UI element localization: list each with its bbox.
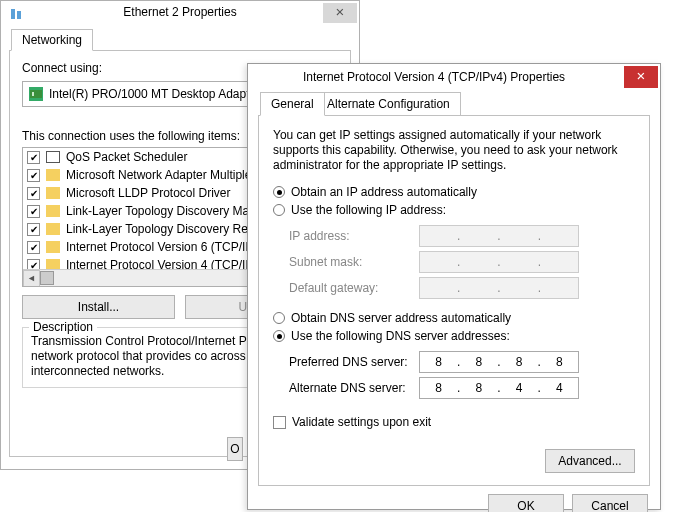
ipv4-properties-window: Internet Protocol Version 4 (TCP/IPv4) P… (247, 63, 661, 510)
checkbox[interactable]: ✔ (27, 205, 40, 218)
explanatory-text: You can get IP settings assigned automat… (273, 128, 635, 173)
window2-titlebar[interactable]: Internet Protocol Version 4 (TCP/IPv4) P… (248, 64, 660, 92)
install-button[interactable]: Install... (22, 295, 175, 319)
radio-dns-manual[interactable]: Use the following DNS server addresses: (273, 329, 635, 343)
ip-address-input: ... (419, 225, 579, 247)
component-icon (46, 223, 60, 235)
nic-icon (29, 87, 43, 101)
advanced-button[interactable]: Advanced... (545, 449, 635, 473)
radio-ip-auto[interactable]: Obtain an IP address automatically (273, 185, 635, 199)
checkbox[interactable]: ✔ (27, 169, 40, 182)
close-button[interactable]: × (323, 3, 357, 23)
ip-address-label: IP address: (289, 229, 419, 243)
checkbox[interactable]: ✔ (27, 187, 40, 200)
alternate-dns-input[interactable]: 8. 8. 4. 4 (419, 377, 579, 399)
component-icon (46, 151, 60, 163)
scroll-left-icon[interactable]: ◄ (23, 270, 40, 287)
scroll-thumb[interactable] (40, 271, 54, 285)
ok-button[interactable]: O (227, 437, 243, 461)
description-legend: Description (29, 320, 97, 334)
checkbox[interactable]: ✔ (27, 223, 40, 236)
cancel-button[interactable]: Cancel (572, 494, 648, 512)
radio-icon (273, 312, 285, 324)
radio-icon (273, 186, 285, 198)
window1-tabs: Networking (9, 29, 351, 51)
preferred-dns-label: Preferred DNS server: (289, 355, 419, 369)
component-icon (46, 187, 60, 199)
tab-networking[interactable]: Networking (11, 29, 93, 51)
component-icon (46, 169, 60, 181)
checkbox[interactable]: ✔ (27, 151, 40, 164)
adapter-name: Intel(R) PRO/1000 MT Desktop Adapte (49, 87, 256, 101)
subnet-mask-input: ... (419, 251, 579, 273)
alternate-dns-label: Alternate DNS server: (289, 381, 419, 395)
window1-title: Ethernet 2 Properties (1, 5, 359, 19)
radio-icon (273, 204, 285, 216)
svg-rect-2 (30, 90, 42, 98)
component-icon (46, 241, 60, 253)
checkbox[interactable]: ✔ (27, 241, 40, 254)
window1-titlebar[interactable]: Ethernet 2 Properties × (1, 1, 359, 29)
window2-title: Internet Protocol Version 4 (TCP/IPv4) P… (248, 70, 620, 84)
default-gateway-input: ... (419, 277, 579, 299)
validate-settings-checkbox[interactable]: Validate settings upon exit (273, 415, 635, 429)
tab-alternate-config[interactable]: Alternate Configuration (316, 92, 461, 116)
default-gateway-label: Default gateway: (289, 281, 419, 295)
subnet-mask-label: Subnet mask: (289, 255, 419, 269)
preferred-dns-input[interactable]: 8. 8. 8. 8 (419, 351, 579, 373)
close-button[interactable]: × (624, 66, 658, 88)
radio-icon (273, 330, 285, 342)
component-icon (46, 205, 60, 217)
checkbox-icon (273, 416, 286, 429)
window2-tabs: General Alternate Configuration (258, 92, 650, 116)
tab-general[interactable]: General (260, 92, 325, 116)
ok-button[interactable]: OK (488, 494, 564, 512)
radio-dns-auto[interactable]: Obtain DNS server address automatically (273, 311, 635, 325)
svg-rect-3 (32, 92, 34, 96)
radio-ip-manual[interactable]: Use the following IP address: (273, 203, 635, 217)
